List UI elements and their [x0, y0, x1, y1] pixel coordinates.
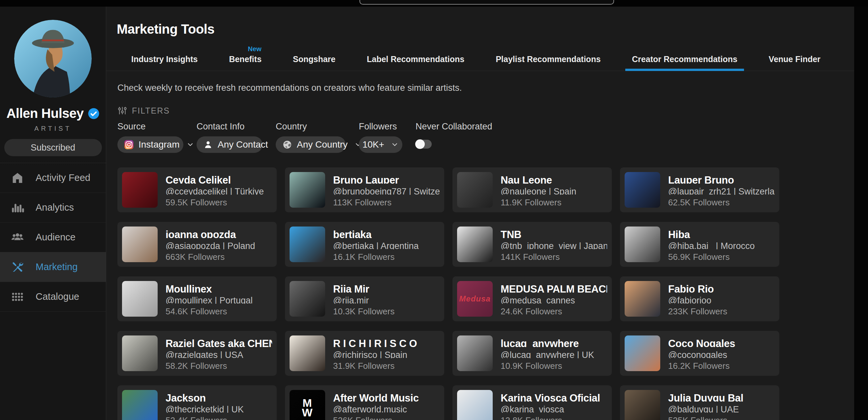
creator-handle: @hiba.bai_ | Morocco: [668, 241, 755, 249]
creator-avatar: [625, 226, 660, 262]
creator-info: Julia Duygu Bal @balduygu | UAE 535K Fol…: [668, 390, 743, 420]
creator-info: joanna opozda @asiaopozda | Poland 663K …: [165, 226, 255, 262]
creator-avatar: [625, 390, 660, 420]
creator-avatar: [625, 335, 660, 371]
country-dropdown[interactable]: Any Country: [276, 136, 346, 153]
source-dropdown[interactable]: Instagram: [117, 136, 183, 153]
creator-avatar: M W: [289, 390, 325, 420]
creator-name: R I C H I R I S C O: [333, 338, 417, 347]
filter-label-followers: Followers: [359, 121, 402, 132]
creator-handle: @karina_viosca: [501, 404, 600, 413]
tab-songshare[interactable]: Songshare: [293, 54, 335, 71]
creator-handle: @afterworld.music: [333, 404, 419, 413]
creator-card[interactable]: Jackson @thecricketkid | UK 52.4K Follow…: [117, 385, 277, 420]
creator-card[interactable]: Lauper Bruno @laupair_zrh21 | Switzerlan…: [620, 167, 779, 212]
tab-venue-finder[interactable]: Venue Finder: [769, 54, 820, 71]
creator-card[interactable]: Fabio Rio @fabiorioo 233K Followers: [620, 276, 779, 321]
creator-card[interactable]: Julia Duygu Bal @balduygu | UAE 535K Fol…: [620, 385, 779, 420]
creator-name: Hiba: [668, 229, 755, 238]
contact-info-dropdown[interactable]: Any Contact: [196, 136, 262, 153]
creator-info: Bruno Lauper @brunoboeing787 | Switzerla…: [333, 172, 440, 208]
creator-card[interactable]: lucag_anywhere @lucag_anywhere | UK 10.9…: [453, 331, 612, 376]
creator-name: Fabio Rio: [668, 283, 727, 292]
followers-dropdown[interactable]: 10K+: [359, 136, 402, 153]
creator-handle: @lucag_anywhere | UK: [501, 350, 594, 358]
creator-card[interactable]: Riia Mir @riia.mir 10.3K Followers: [285, 276, 444, 321]
creator-card[interactable]: TNB @tnb_iphone_view | Japan 141K Follow…: [453, 222, 612, 267]
creator-handle: @asiaopozda | Poland: [165, 241, 255, 249]
creator-card[interactable]: joanna opozda @asiaopozda | Poland 663K …: [117, 222, 277, 267]
tab-creator-recommendations[interactable]: Creator Recommendations: [632, 54, 737, 71]
creator-card[interactable]: Ceyda Çelikel @cceydacelikel | Türkiye 5…: [117, 167, 277, 212]
creator-card[interactable]: Raziel Gates aka CHENZO @razielgates | U…: [117, 331, 277, 376]
creator-avatar: [289, 335, 325, 371]
creator-info: lucag_anywhere @lucag_anywhere | UK 10.9…: [501, 335, 594, 371]
description: Check weekly to receive fresh recommenda…: [117, 83, 868, 93]
tab-benefits[interactable]: New Benefits: [229, 54, 261, 71]
creator-followers: 233K Followers: [668, 306, 727, 317]
creator-name: Raziel Gates aka CHENZO: [165, 338, 272, 347]
creator-card[interactable]: R I C H I R I S C O @richirisco | Spain …: [285, 331, 444, 376]
home-icon: [10, 171, 24, 185]
creator-info: TNB @tnb_iphone_view | Japan 141K Follow…: [501, 226, 607, 262]
tab-playlist-recommendations[interactable]: Playlist Recommendations: [496, 54, 600, 71]
creator-followers: 663K Followers: [165, 252, 255, 262]
creator-followers: 526K Followers: [333, 415, 419, 420]
creator-info: Lauper Bruno @laupair_zrh21 | Switzerlan…: [668, 172, 775, 208]
creator-card[interactable]: Karina Viosca Oficial @karina_viosca 13.…: [453, 385, 612, 420]
artist-avatar: [14, 20, 92, 97]
search-input[interactable]: [360, 0, 614, 5]
creator-info: Jackson @thecricketkid | UK 52.4K Follow…: [165, 390, 244, 420]
creator-info: Fabio Rio @fabiorioo 233K Followers: [668, 281, 727, 317]
creator-followers: 141K Followers: [501, 252, 607, 262]
subscribed-button[interactable]: Subscribed: [4, 139, 102, 156]
creator-avatar: [122, 390, 158, 420]
artist-name: Allen Hulsey: [6, 106, 84, 121]
creator-card[interactable]: M W After World Music @afterworld.music …: [285, 385, 444, 420]
tab-industry-insights[interactable]: Industry Insights: [131, 54, 197, 71]
creator-card[interactable]: Moullinex @moullinex | Portugal 54.6K Fo…: [117, 276, 277, 321]
creator-name: TNB: [501, 229, 607, 238]
creator-name: Ceyda Çelikel: [165, 174, 264, 184]
creator-card[interactable]: Bruno Lauper @brunoboeing787 | Switzerla…: [285, 167, 444, 212]
creator-avatar: [457, 172, 493, 208]
creator-grid: Ceyda Çelikel @cceydacelikel | Türkiye 5…: [117, 167, 868, 420]
creator-info: Raziel Gates aka CHENZO @razielgates | U…: [165, 335, 272, 371]
creator-handle: @tnb_iphone_view | Japan: [501, 241, 607, 249]
tab-label-recommendations[interactable]: Label Recommendations: [367, 54, 464, 71]
never-collaborated-toggle[interactable]: [415, 140, 432, 148]
creator-card[interactable]: bertiaka @bertiaka | Argentina 16.1K Fol…: [285, 222, 444, 267]
artist-role-label: ARTIST: [34, 125, 71, 132]
creator-avatar-label: Medusa: [459, 296, 490, 302]
creator-card[interactable]: Medusa MEDUSA PALM BEACH CA… @medusa_can…: [453, 276, 612, 321]
chevron-down-icon: [391, 140, 399, 149]
sidebar-item-marketing[interactable]: Marketing: [0, 252, 106, 282]
creator-avatar: [122, 281, 158, 317]
creator-info: Coco Nogales @coconogales 16.2K Follower…: [668, 335, 735, 371]
creator-card[interactable]: Nau Leone @nauleone | Spain 11.9K Follow…: [453, 167, 612, 212]
creator-name: Riia Mir: [333, 283, 395, 292]
creator-info: MEDUSA PALM BEACH CA… @medusa_cannes 24.…: [501, 281, 607, 317]
creator-followers: 59.5K Followers: [165, 197, 264, 208]
creator-followers: 11.9K Followers: [501, 197, 577, 208]
sidebar-item-catalogue[interactable]: Catalogue: [0, 282, 106, 312]
creator-handle: @fabiorioo: [668, 296, 727, 304]
creator-handle: @nauleone | Spain: [501, 187, 577, 195]
page-title: Marketing Tools: [117, 7, 868, 37]
right-edge-strip: [854, 7, 868, 420]
creator-handle: @brunoboeing787 | Switzerland: [333, 187, 440, 195]
creator-info: Riia Mir @riia.mir 10.3K Followers: [333, 281, 395, 317]
app-root: Allen Hulsey ARTIST Subscribed Activity …: [0, 0, 868, 420]
sidebar-item-activity-feed[interactable]: Activity Feed: [0, 163, 106, 193]
creator-card[interactable]: Coco Nogales @coconogales 16.2K Follower…: [620, 331, 779, 376]
creator-followers: 24.6K Followers: [501, 306, 607, 317]
sidebar-item-audience[interactable]: Audience: [0, 223, 106, 252]
creator-card[interactable]: Hiba @hiba.bai_ | Morocco 56.9K Follower…: [620, 222, 779, 267]
globe-icon: [282, 139, 292, 150]
sidebar-item-analytics[interactable]: Analytics: [0, 193, 106, 223]
creator-avatar: [625, 281, 660, 317]
chevron-down-icon: [186, 140, 194, 149]
creator-followers: 16.1K Followers: [333, 252, 419, 262]
verified-badge-icon: [88, 108, 100, 119]
toggle-knob: [415, 139, 425, 149]
